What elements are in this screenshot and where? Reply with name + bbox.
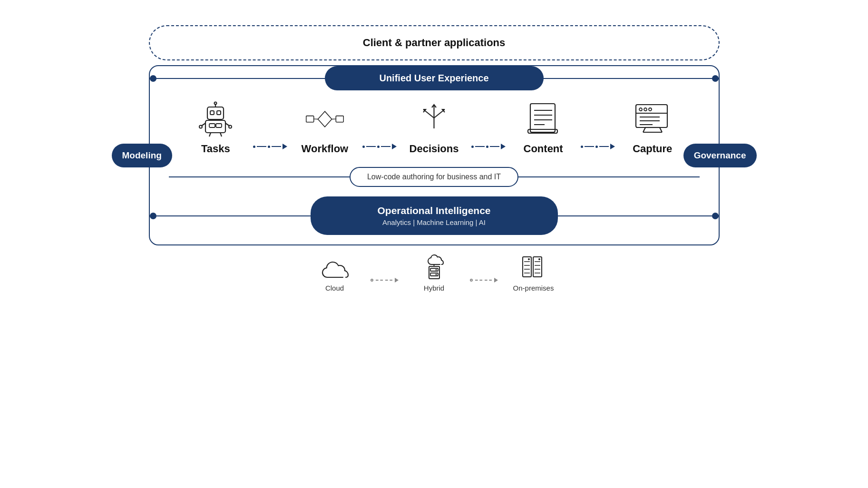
svg-rect-7 [216,124,222,127]
svg-point-32 [649,108,652,111]
svg-rect-14 [306,116,314,122]
svg-rect-42 [430,268,438,271]
governance-label: Governance [683,144,757,167]
deploy-connector-1 [371,278,399,292]
svg-point-58 [538,258,540,260]
capture-label: Capture [633,143,672,155]
hybrid-label: Hybrid [424,284,444,292]
client-box-label: Client & partner applications [363,37,506,49]
svg-rect-5 [205,120,225,133]
robot-icon [196,100,234,138]
svg-line-13 [220,133,222,137]
ux-pill: Unified User Experience [325,66,544,90]
low-code-row: Low-code authoring for business and IT [169,167,700,187]
onprem-label: On-premises [513,284,554,292]
svg-point-11 [229,125,232,128]
oi-row: Operational Intelligence Analytics | Mac… [150,196,719,235]
diagram-container: Client & partner applications Modeling G… [54,25,815,463]
low-code-label: Low-code authoring for business and IT [367,173,501,181]
content-label: Content [524,143,563,155]
svg-point-57 [528,258,530,260]
oi-subtitle: Analytics | Machine Learning | AI [339,218,529,226]
icons-row: Tasks [150,100,719,155]
svg-point-4 [215,102,217,104]
main-box: Modeling Governance Unified User Experie… [149,65,720,245]
svg-rect-2 [217,111,221,115]
svg-rect-16 [336,116,343,122]
connector-4 [581,144,615,155]
svg-rect-6 [209,124,215,127]
oi-title: Operational Intelligence [339,205,529,216]
svg-rect-47 [523,257,531,277]
deploy-connector-2 [470,278,498,292]
decisions-icon [415,100,453,138]
item-decisions: Decisions [397,100,472,155]
hybrid-icon [421,254,447,280]
cloud-label: Cloud [325,284,344,292]
item-tasks: Tasks [178,100,254,155]
svg-line-40 [660,127,662,132]
content-icon [524,100,562,138]
modeling-label: Modeling [112,144,172,167]
workflow-label: Workflow [302,143,349,155]
item-content: Content [506,100,581,155]
svg-point-31 [644,108,647,111]
svg-rect-1 [210,111,214,115]
onprem-icon [520,254,546,280]
connector-2 [362,144,397,155]
oi-pill: Operational Intelligence Analytics | Mac… [311,196,558,235]
connector-1 [253,144,287,155]
svg-line-39 [643,127,645,132]
item-workflow: Workflow [287,100,362,155]
svg-rect-43 [430,273,438,276]
deploy-cloud: Cloud [299,260,371,292]
tasks-label: Tasks [201,143,230,155]
client-box: Client & partner applications [149,25,720,60]
svg-rect-48 [533,257,542,277]
workflow-icon [306,100,344,138]
decisions-label: Decisions [410,143,459,155]
deploy-hybrid: Hybrid [399,254,470,292]
ux-pill-label: Unified User Experience [379,73,488,83]
deploy-row: Cloud Hybrid [299,254,569,292]
svg-rect-23 [530,104,555,132]
svg-point-30 [639,108,642,111]
deploy-onprem: On-premises [498,254,569,292]
low-code-pill: Low-code authoring for business and IT [350,167,518,187]
svg-point-9 [199,125,202,128]
svg-line-12 [209,133,211,137]
cloud-icon [321,260,349,280]
item-capture: Capture [615,100,690,155]
svg-marker-15 [318,111,332,127]
connector-3 [471,144,506,155]
capture-icon [634,100,672,138]
svg-point-44 [436,269,437,271]
svg-point-45 [436,274,437,275]
